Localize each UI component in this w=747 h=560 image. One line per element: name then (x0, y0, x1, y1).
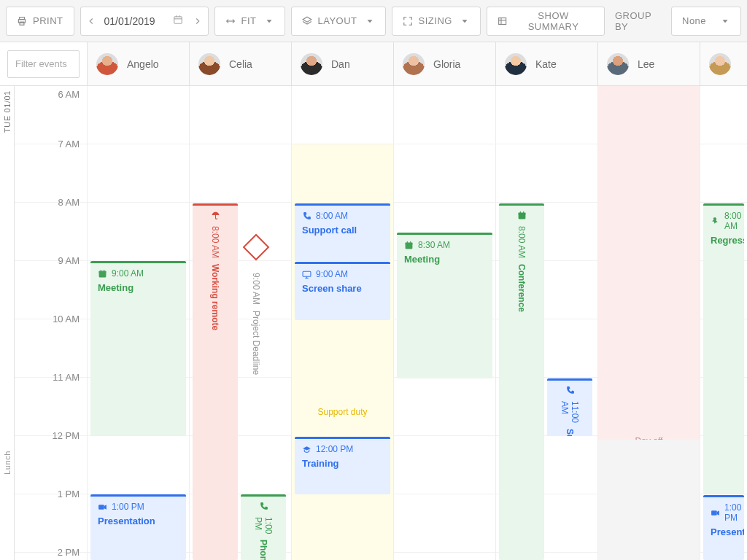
calendar-icon[interactable] (169, 15, 187, 27)
event-time: 9:00 AM (302, 269, 386, 279)
group-by-select[interactable]: None (671, 7, 741, 36)
video-icon (711, 508, 720, 518)
calendar-event[interactable]: 1:00 PMPresentation (703, 495, 744, 560)
event-title: Meeting (404, 253, 488, 266)
resource-header-cell[interactable] (700, 42, 747, 85)
date-next-button[interactable] (187, 7, 208, 35)
event-time: 8:00 AM (711, 211, 740, 231)
event-time: 1:00 PM (253, 517, 274, 534)
event-title: Support call (564, 429, 576, 436)
calendar-event[interactable]: 1:00 PMPresentation (90, 494, 186, 560)
calendar-icon (517, 211, 527, 220)
calendar-event[interactable]: 9:00 AMMeeting (90, 261, 186, 436)
milestone-time: 9:00 AM (251, 273, 261, 305)
resource-header-cell[interactable]: Gloria (394, 42, 496, 85)
time-label: 9 AM (58, 255, 80, 266)
toolbar: PRINT 01/01/2019 FIT LAYOUT SIZING SHOW … (0, 0, 747, 42)
event-time: 8:00 AM (516, 226, 527, 258)
resource-column[interactable]: Support duty8:00 AMSupport call9:00 AMSc… (292, 86, 394, 560)
calendar-event[interactable]: 8:00 AMWorking remote (193, 203, 238, 560)
caret-down-icon (460, 16, 470, 26)
event-title: Meeting (98, 281, 182, 295)
calendar-event[interactable]: 8:00 AMRegression (703, 203, 744, 494)
event-title: Presentation (711, 526, 740, 539)
chevron-right-icon (193, 16, 203, 26)
resource-columns: 9:00 AMMeeting1:00 PMPresentation8:00 AM… (88, 86, 747, 560)
event-time: 8:00 AM (210, 226, 220, 258)
avatar (505, 53, 527, 75)
resource-column[interactable]: 8:00 AMConference11:00 AMSupport call (496, 86, 598, 560)
resource-header-cell[interactable]: Celia (190, 42, 292, 85)
calendar-event[interactable]: 1:00 PMPhone meeting (241, 494, 286, 560)
sizing-button[interactable]: SIZING (392, 7, 481, 36)
calendar-event[interactable]: 9:00 AMScreen share (295, 262, 390, 320)
avatar (198, 53, 220, 75)
event-title: Working remote (209, 264, 221, 330)
date-prev-button[interactable] (81, 7, 101, 35)
milestone-title: Project Deadline (251, 311, 261, 375)
calendar-event[interactable]: 8:00 AMConference (499, 203, 544, 560)
calendar-event[interactable]: 8:30 AMMeeting (397, 233, 492, 378)
event-title: Screen share (302, 282, 386, 295)
pin-icon (711, 217, 720, 226)
print-label: PRINT (33, 15, 63, 26)
resource-column[interactable]: 8:00 AMWorking remote1:00 PMPhone meetin… (190, 86, 292, 560)
event-time: 1:00 PM (98, 502, 182, 512)
svg-marker-15 (723, 20, 728, 23)
resource-header: AngeloCeliaDanGloriaKateLee (0, 42, 747, 86)
time-label: 10 AM (53, 314, 80, 324)
group-by-label: GROUP BY (615, 10, 665, 32)
calendar-event[interactable]: 11:00 AMSupport call (547, 378, 592, 436)
time-label: 11 AM (53, 372, 80, 383)
sizing-label: SIZING (419, 15, 452, 26)
avatar (96, 53, 118, 75)
time-label: 12 PM (52, 430, 80, 441)
day-label: TUE 01/01 (3, 90, 12, 133)
filter-events-input[interactable] (7, 50, 80, 78)
svg-marker-11 (462, 20, 467, 23)
resource-name: Kate (535, 58, 557, 70)
show-summary-button[interactable]: SHOW SUMMARY (487, 7, 605, 36)
resource-name: Lee (638, 58, 654, 70)
caret-down-icon (264, 16, 274, 26)
avatar (607, 53, 629, 75)
event-time: 1:00 PM (711, 502, 740, 523)
resource-header-cell[interactable]: Lee (598, 42, 700, 85)
svg-marker-8 (266, 20, 271, 23)
avatar (403, 53, 425, 75)
calendar-icon (98, 269, 107, 279)
calendar-event[interactable]: 12:00 PMTraining (295, 437, 390, 494)
layers-icon (302, 16, 312, 26)
resource-header-cell[interactable]: Dan (292, 42, 394, 85)
resource-column[interactable]: Day off (598, 86, 700, 560)
sizing-icon (403, 16, 413, 26)
print-button[interactable]: PRINT (6, 7, 74, 36)
event-title: Conference (516, 264, 527, 312)
milestone-diamond[interactable] (243, 234, 270, 261)
day-rail: TUE 01/01 Lunch (0, 86, 15, 560)
resource-header-cell[interactable]: Angelo (88, 42, 190, 85)
layout-button[interactable]: LAYOUT (291, 7, 386, 36)
resource-column[interactable]: 8:30 AMMeeting (394, 86, 496, 560)
print-icon (17, 16, 27, 26)
show-summary-label: SHOW SUMMARY (513, 10, 594, 32)
time-label: 1 PM (58, 489, 80, 499)
calendar-event[interactable]: 8:00 AMSupport call (295, 203, 390, 261)
svg-marker-10 (367, 20, 372, 23)
resource-column[interactable]: 9:00 AMMeeting1:00 PMPresentation (88, 86, 190, 560)
event-title: Support call (302, 224, 386, 237)
event-time: 9:00 AM (98, 268, 182, 279)
table-icon (498, 16, 507, 26)
time-label: 6 AM (58, 89, 80, 100)
fit-button[interactable]: FIT (214, 7, 285, 36)
resource-column[interactable]: 8:00 AMRegression1:00 PMPresentation (700, 86, 747, 560)
caret-down-icon (365, 16, 375, 26)
event-time: 11:00 AM (560, 401, 580, 423)
zone-label: Support duty (292, 407, 393, 417)
date-picker[interactable]: 01/01/2019 (80, 7, 209, 36)
resource-header-cell[interactable]: Kate (496, 42, 598, 85)
phone-icon (302, 211, 311, 221)
lunch-label: Lunch (3, 451, 12, 475)
milestone-label: 9:00 AMProject Deadline (251, 273, 261, 375)
event-title: Training (302, 457, 386, 470)
